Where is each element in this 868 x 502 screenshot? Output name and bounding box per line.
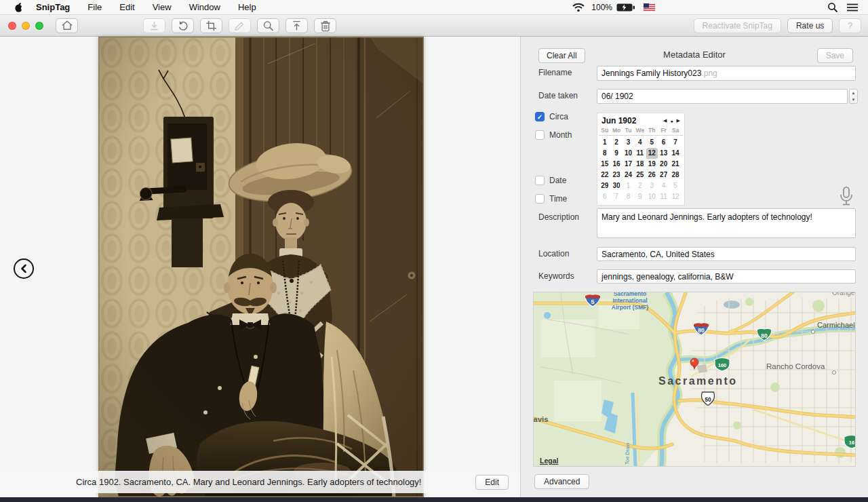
download-button[interactable] (143, 18, 165, 33)
calendar-day[interactable]: 5 (669, 180, 681, 191)
calendar-today-icon[interactable]: ● (670, 119, 673, 123)
rate-us-button[interactable]: Rate us (787, 18, 833, 33)
calendar-day[interactable]: 8 (623, 191, 634, 202)
rotate-button[interactable] (172, 18, 194, 33)
calendar-day[interactable]: 2 (610, 137, 622, 148)
calendar-day[interactable]: 2 (634, 180, 646, 191)
save-button[interactable]: Save (817, 48, 853, 63)
calendar-day[interactable]: 10 (646, 191, 658, 202)
calendar-day[interactable]: 14 (669, 148, 681, 159)
calendar-day[interactable]: 12 (646, 148, 658, 159)
pencil-icon (234, 20, 245, 32)
filename-input[interactable]: Jennings Family History023.png (597, 66, 856, 81)
calendar-dow: We (634, 127, 646, 134)
calendar-prev-icon[interactable]: ◀ (663, 118, 667, 123)
desktop-edge-strip (0, 497, 868, 502)
calendar-day[interactable]: 28 (669, 170, 681, 180)
wifi-icon[interactable] (572, 3, 585, 12)
input-language-flag-icon[interactable] (644, 3, 655, 12)
map-label-toe-drain: Toe Drain (624, 443, 631, 465)
delete-button[interactable] (314, 18, 336, 33)
description-input[interactable]: Mary and Leonard Jennings. Early adopter… (597, 208, 856, 238)
svg-text:160: 160 (718, 362, 727, 368)
share-button[interactable] (285, 18, 308, 33)
calendar-day[interactable]: 6 (599, 191, 610, 202)
calendar-day[interactable]: 1 (623, 180, 634, 191)
dictation-mic[interactable] (838, 186, 854, 210)
menu-edit[interactable]: Edit (119, 2, 134, 12)
location-input[interactable] (597, 247, 856, 261)
zoom-search-button[interactable] (257, 18, 279, 33)
calendar-day[interactable]: 23 (610, 170, 622, 180)
calendar-day[interactable]: 15 (599, 159, 610, 170)
calendar-day[interactable]: 19 (646, 159, 658, 170)
date-taken-label: Date taken (538, 91, 578, 100)
calendar-day[interactable]: 16 (610, 159, 622, 170)
calendar-day[interactable]: 6 (658, 137, 669, 148)
menu-file[interactable]: File (87, 2, 102, 12)
calendar-day[interactable]: 17 (623, 159, 634, 170)
stepper-up-icon[interactable]: ▲ (850, 90, 857, 96)
crop-button[interactable] (200, 18, 222, 33)
menu-app-name[interactable]: SnipTag (36, 2, 70, 12)
date-checkbox[interactable] (535, 176, 545, 185)
calendar-dow: Mo (610, 127, 622, 134)
calendar-day[interactable]: 4 (634, 137, 646, 148)
calendar-day[interactable]: 24 (623, 170, 634, 180)
calendar-day[interactable]: 7 (610, 191, 622, 202)
battery-icon[interactable] (616, 3, 635, 12)
calendar-day[interactable]: 11 (634, 148, 646, 159)
calendar-day[interactable]: 4 (658, 180, 669, 191)
zoom-window-button[interactable] (35, 22, 43, 30)
calendar-day[interactable]: 12 (669, 191, 681, 202)
date-taken-input[interactable] (597, 89, 848, 104)
calendar-day[interactable]: 29 (599, 180, 610, 191)
calendar-day[interactable]: 27 (658, 170, 669, 180)
menu-window[interactable]: Window (189, 2, 220, 12)
map-legal-link[interactable]: Legal (540, 457, 559, 465)
calendar-day[interactable]: 11 (658, 191, 669, 202)
home-button[interactable] (56, 18, 78, 33)
apple-menu-icon[interactable] (14, 2, 24, 13)
calendar-day[interactable]: 30 (610, 180, 622, 191)
annotate-button[interactable] (229, 18, 251, 33)
calendar-day[interactable]: 3 (623, 137, 634, 148)
notification-center-icon[interactable] (846, 3, 859, 12)
calendar-day[interactable]: 5 (646, 137, 658, 148)
advanced-button[interactable]: Advanced (534, 474, 589, 489)
circa-checkbox[interactable]: ✓ (535, 112, 545, 121)
calendar-day[interactable]: 1 (599, 137, 610, 148)
keywords-input[interactable] (597, 269, 856, 284)
spotlight-search-icon[interactable] (827, 2, 838, 13)
date-stepper[interactable]: ▲▼ (849, 89, 858, 104)
calendar-day[interactable]: 21 (669, 159, 681, 170)
calendar-day[interactable]: 13 (658, 148, 669, 159)
close-window-button[interactable] (8, 22, 16, 30)
map-town-dot (832, 370, 835, 374)
calendar-day[interactable]: 9 (610, 148, 622, 159)
calendar-day[interactable]: 22 (599, 170, 610, 180)
calendar-next-icon[interactable]: ▶ (677, 118, 680, 123)
back-button[interactable] (14, 258, 34, 279)
caption-edit-button[interactable]: Edit (475, 475, 509, 490)
calendar-day[interactable]: 8 (599, 148, 610, 159)
menu-help[interactable]: Help (238, 2, 256, 12)
calendar-day[interactable]: 20 (658, 159, 669, 170)
month-checkbox[interactable] (535, 130, 545, 140)
location-map[interactable]: 5 80 80 160 (533, 292, 856, 467)
calendar-day[interactable]: 25 (634, 170, 646, 180)
calendar-day[interactable]: 18 (634, 159, 646, 170)
stepper-down-icon[interactable]: ▼ (850, 96, 857, 103)
menu-view[interactable]: View (153, 2, 172, 12)
help-button[interactable]: ? (839, 18, 861, 33)
minimize-window-button[interactable] (22, 22, 30, 30)
time-checkbox[interactable] (535, 194, 545, 204)
reactivate-button[interactable]: Reactivate SnipTag (694, 18, 781, 33)
calendar-day[interactable]: 9 (634, 191, 646, 202)
calendar-day[interactable]: 3 (646, 180, 658, 191)
pane-title: Metadata Editor (521, 50, 868, 60)
date-label: Date (549, 176, 566, 185)
calendar-day[interactable]: 26 (646, 170, 658, 180)
calendar-day[interactable]: 7 (669, 137, 681, 148)
calendar-day[interactable]: 10 (623, 148, 634, 159)
